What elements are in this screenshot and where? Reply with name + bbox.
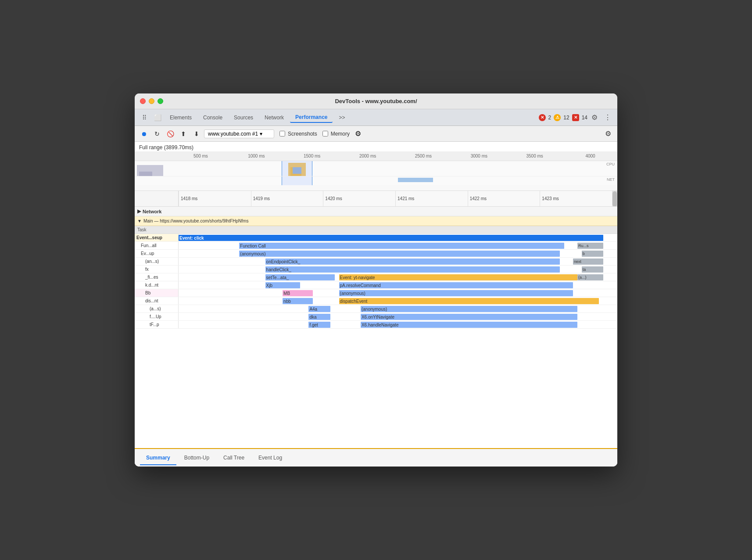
- flame-row-11: tF...p f.get X6.handleNavigate: [135, 321, 617, 329]
- flame-label-6: k.d...nt: [135, 281, 179, 289]
- tab-event-log[interactable]: Event Log: [252, 451, 288, 465]
- flame-bar-onytnavigate[interactable]: X6.onYtNavigate: [361, 314, 577, 320]
- devtools-window: DevTools - www.youtube.com/ ⠿ ⬜ Elements…: [135, 93, 617, 467]
- flame-row-4: fx handleClick_ ta: [135, 266, 617, 273]
- badge-group: ✕ 2 ⚠ 12 ✕ 14: [539, 114, 587, 121]
- flame-bar-fget[interactable]: f.get: [308, 322, 330, 328]
- url-value: www.youtube.com #1: [208, 131, 258, 137]
- main-label: Main — https://www.youtube.com/shorts/9l…: [143, 219, 249, 223]
- ruler-mark-1000: 1000 ms: [228, 154, 283, 158]
- ruler-mark-3500: 3500 ms: [506, 154, 562, 158]
- screenshots-checkbox-group: Screenshots: [279, 131, 317, 137]
- device-toggle-icon[interactable]: ⬜: [151, 111, 164, 124]
- bottom-tabs: Summary Bottom-Up Call Tree Event Log: [135, 448, 617, 467]
- flame-bar-mb[interactable]: MB: [283, 290, 313, 296]
- network-arrow-icon: ▶: [137, 208, 141, 214]
- flame-bar-area-4[interactable]: handleClick_ ta: [179, 266, 612, 273]
- flame-bar-onendpointclick[interactable]: onEndpointClick_: [265, 258, 560, 265]
- flame-row-8: dis...nt nbb dispatchEvent: [135, 297, 617, 305]
- download-button[interactable]: ⬇: [191, 128, 202, 140]
- flame-label-4: fx: [135, 266, 179, 273]
- tab-summary[interactable]: Summary: [140, 451, 176, 465]
- ruler-mark-3000: 3000 ms: [450, 154, 506, 158]
- flame-bar-next[interactable]: next: [573, 258, 603, 265]
- clear-button[interactable]: 🚫: [165, 128, 176, 140]
- flame-label-10: f....Up: [135, 313, 179, 320]
- ruler-mark-4000: 4000: [562, 154, 617, 158]
- tab-elements[interactable]: Elements: [165, 113, 197, 122]
- record-button[interactable]: ⏺: [138, 128, 150, 140]
- ruler-mark-2000: 2000 ms: [339, 154, 395, 158]
- flame-bar-area-6[interactable]: Xjb pA.resolveCommand: [179, 281, 612, 289]
- flame-bar-rus[interactable]: Ru...s: [577, 243, 603, 249]
- tab-console[interactable]: Console: [198, 113, 228, 122]
- flame-bar-anonymous-3[interactable]: (anonymous): [361, 306, 577, 312]
- main-section-header[interactable]: ▼ Main — https://www.youtube.com/shorts/…: [135, 216, 617, 226]
- more-options-icon[interactable]: ⋮: [602, 111, 614, 124]
- tab-bottom-up[interactable]: Bottom-Up: [178, 451, 215, 465]
- upload-button[interactable]: ⬆: [178, 128, 189, 140]
- flame-bar-a4a[interactable]: A4a: [308, 306, 330, 312]
- flame-bar-area-0[interactable]: Event: click: [179, 234, 612, 241]
- network-label: Network: [143, 209, 161, 214]
- tab-call-tree[interactable]: Call Tree: [217, 451, 251, 465]
- timeline-ruler: 500 ms 1000 ms 1500 ms 2000 ms 2500 ms 3…: [135, 151, 617, 161]
- flame-bar-resolve[interactable]: pA.resolveCommand: [339, 282, 573, 288]
- error-count: 2: [548, 115, 551, 121]
- flame-bar-anonymous-2[interactable]: (anonymous): [339, 290, 573, 296]
- flame-bar-function-call[interactable]: Function Call: [239, 243, 564, 249]
- flame-bar-area-9[interactable]: A4a (anonymous): [179, 305, 612, 312]
- flame-row-3: (an...s) onEndpointClick_ next: [135, 258, 617, 266]
- flame-bar-area-2[interactable]: (anonymous) b: [179, 250, 612, 257]
- tab-performance[interactable]: Performance: [290, 112, 333, 123]
- memory-checkbox[interactable]: [322, 131, 328, 136]
- flame-bar-ytnavigate[interactable]: Event: yt-navigate: [339, 274, 577, 280]
- detail-timeline: 1418 ms 1419 ms 1420 ms 1421 ms 1422 ms …: [135, 191, 617, 207]
- cpu-throttle-icon[interactable]: ⚙: [355, 129, 361, 138]
- flame-bar-ta[interactable]: ta: [582, 266, 603, 273]
- toolbar-settings-icon[interactable]: ⚙: [602, 128, 614, 140]
- url-selector[interactable]: www.youtube.com #1 ▾: [204, 129, 274, 138]
- flame-bar-area-11[interactable]: f.get X6.handleNavigate: [179, 321, 612, 328]
- tab-sources[interactable]: Sources: [229, 113, 258, 122]
- flame-row-6: k.d...nt Xjb pA.resolveCommand: [135, 281, 617, 289]
- flame-bar-handleclick[interactable]: handleClick_: [265, 266, 560, 273]
- selection-overlay[interactable]: [282, 161, 312, 176]
- tab-more[interactable]: >>: [333, 113, 350, 122]
- flame-bar-area-10[interactable]: dka X6.onYtNavigate: [179, 313, 612, 320]
- flame-bar-nbb[interactable]: nbb: [283, 298, 313, 304]
- flame-bar-b[interactable]: b: [582, 251, 603, 257]
- flame-bar-event-click[interactable]: Event: click: [179, 235, 603, 241]
- flame-row-10: f....Up dka X6.onYtNavigate: [135, 313, 617, 321]
- maximize-button[interactable]: [158, 98, 163, 104]
- flame-row-2: Ev...up (anonymous) b: [135, 250, 617, 258]
- minimize-button[interactable]: [149, 98, 154, 104]
- settings-icon[interactable]: ⚙: [588, 111, 601, 124]
- screenshots-checkbox[interactable]: [279, 131, 285, 136]
- flame-label-11: tF...p: [135, 321, 179, 328]
- flame-bar-area-5[interactable]: setTe...ata_ Event: yt-navigate (a...): [179, 273, 612, 281]
- tab-network[interactable]: Network: [259, 113, 289, 122]
- timeline-overview[interactable]: 500 ms 1000 ms 1500 ms 2000 ms 2500 ms 3…: [135, 151, 617, 191]
- flame-label-9: (a...s): [135, 305, 179, 312]
- flame-bar-dispatch[interactable]: dispatchEvent: [339, 298, 599, 304]
- reload-button[interactable]: ↻: [151, 128, 163, 140]
- flame-bar-a[interactable]: (a...): [577, 274, 603, 280]
- flame-bar-area-1[interactable]: Function Call Ru...s: [179, 242, 612, 249]
- devtools-selector-icon[interactable]: ⠿: [138, 111, 150, 124]
- memory-checkbox-group: Memory: [322, 131, 350, 137]
- flame-bar-xjb[interactable]: Xjb: [265, 282, 300, 288]
- ruler-mark-1500: 1500 ms: [283, 154, 339, 158]
- flame-label-0: Event...seup: [135, 234, 179, 241]
- detail-mark-1421: 1421 ms: [395, 191, 468, 206]
- flame-bar-area-3[interactable]: onEndpointClick_ next: [179, 258, 612, 265]
- flame-bar-sette[interactable]: setTe...ata_: [265, 274, 335, 280]
- flame-bar-anonymous-1[interactable]: (anonymous): [239, 251, 560, 257]
- flame-bar-area-7[interactable]: MB (anonymous): [179, 289, 612, 297]
- network-section-header[interactable]: ▶ Network: [135, 207, 617, 216]
- flame-bar-handlenavigate[interactable]: X6.handleNavigate: [361, 322, 577, 328]
- flame-bar-area-8[interactable]: nbb dispatchEvent: [179, 297, 612, 305]
- close-button[interactable]: [140, 98, 146, 104]
- warn-badge-icon: ⚠: [554, 114, 561, 121]
- flame-bar-dka[interactable]: dka: [308, 314, 330, 320]
